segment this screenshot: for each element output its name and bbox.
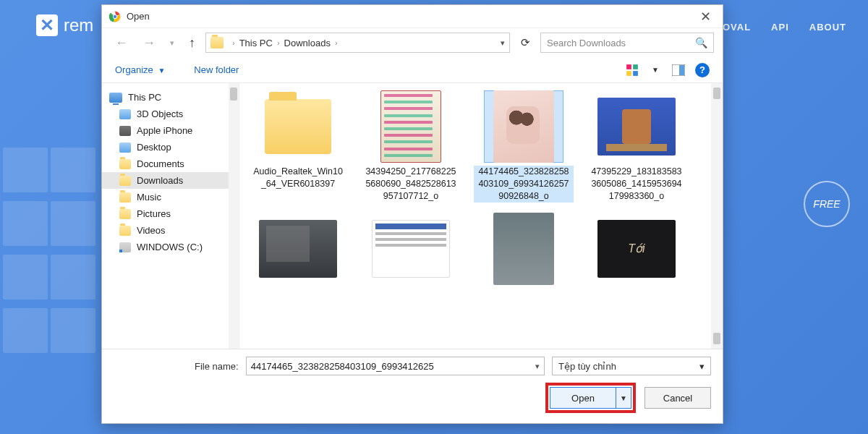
chevron-right-icon: › [335,38,338,47]
file-item-image-selected[interactable]: 44174465_3238282584031­09_69934126257909… [474,90,574,203]
chrome-icon [109,11,121,22]
open-button-highlight: Open ▼ [545,383,636,413]
folder-icon [210,37,224,48]
open-file-dialog: Open ✕ ← → ▾ ↑ › This PC › Downloads › ▾… [101,4,723,424]
image-thumbnail [597,98,676,156]
dialog-toolbar: Organize ▼ New folder ▼ ? [102,57,723,83]
organize-menu[interactable]: Organize ▼ [115,64,165,75]
breadcrumb-dropdown-icon[interactable]: ▾ [501,38,505,48]
device-icon [119,126,131,136]
background-thumbnails [0,145,101,362]
file-label: Audio_Realtek_Win10_64_VER6018397 [248,166,348,190]
svg-rect-4 [633,64,638,69]
folder-icon [119,226,131,236]
dialog-body: This PC 3D Objects Apple iPhone Desktop … [102,83,723,349]
free-badge: FREE [804,181,850,227]
tree-pictures[interactable]: Pictures [102,205,239,222]
site-logo-text: rem [64,15,93,35]
filename-value: 44174465_323828258403109_6993412625 [251,361,434,372]
tree-documents[interactable]: Documents [102,156,239,172]
files-scrollbar[interactable] [711,83,723,349]
help-icon[interactable]: ? [695,63,710,77]
tree-windows-c[interactable]: WINDOWS (C:) [102,239,239,255]
dialog-titlebar: Open ✕ [102,5,723,28]
open-button[interactable]: Open [550,387,616,409]
view-dropdown-icon[interactable]: ▼ [649,64,662,77]
folder-icon [119,142,131,153]
file-item-image[interactable]: Tới [587,213,686,285]
filename-dropdown-icon[interactable]: ▾ [535,362,540,371]
tree-desktop[interactable]: Desktop [102,139,239,156]
caret-down-icon: ▼ [158,67,165,75]
filename-label: File name: [195,361,239,372]
site-logo: ✕ rem [36,14,93,36]
file-label: 47395229_1831835833605086_14159536941799… [587,166,686,203]
file-label: 34394250_2177682255680690_84825286139571… [361,166,461,203]
navigation-row: ← → ▾ ↑ › This PC › Downloads › ▾ ⟳ Sear… [102,28,723,57]
forward-button[interactable]: → [138,34,160,52]
new-folder-button[interactable]: New folder [194,64,239,75]
dialog-title: Open [127,11,696,22]
cancel-button[interactable]: Cancel [644,387,711,409]
preview-pane-icon[interactable] [672,64,685,77]
tree-videos[interactable]: Videos [102,222,239,239]
chevron-right-icon: › [232,38,235,47]
search-icon: 🔍 [695,37,707,48]
recent-dropdown[interactable]: ▾ [166,37,179,49]
folder-icon [265,99,331,154]
tree-apple-iphone[interactable]: Apple iPhone [102,122,239,139]
breadcrumb[interactable]: › This PC › Downloads › ▾ [205,33,510,53]
nav-about[interactable]: ABOUT [809,22,846,33]
open-split-button[interactable]: ▼ [616,387,631,409]
back-button[interactable]: ← [111,34,132,52]
tree-downloads[interactable]: Downloads [102,172,239,189]
folder-tree: This PC 3D Objects Apple iPhone Desktop … [102,83,239,349]
image-thumbnail [259,220,337,278]
file-item-image[interactable] [248,213,348,285]
svg-rect-6 [633,71,638,76]
breadcrumb-folder[interactable]: Downloads [284,38,331,48]
file-grid: Audio_Realtek_Win10_64_VER6018397 343942… [239,83,723,349]
svg-rect-3 [626,64,631,69]
svg-rect-8 [679,65,684,75]
search-placeholder: Search Downloads [547,38,626,48]
folder-icon [119,159,131,169]
file-item-image[interactable] [474,213,574,285]
svg-rect-5 [626,71,631,76]
view-options-icon[interactable] [626,64,639,77]
chevron-right-icon: › [277,38,280,47]
close-button[interactable]: ✕ [696,9,715,25]
refresh-button[interactable]: ⟳ [516,36,535,49]
tree-scrollbar[interactable] [229,83,239,349]
image-thumbnail: Tới [597,220,676,278]
image-thumbnail [380,90,441,163]
file-item-image[interactable]: 47395229_1831835833605086_14159536941799… [587,90,686,203]
logo-mark-icon: ✕ [36,14,58,36]
svg-point-2 [113,14,116,18]
filename-input[interactable]: 44174465_323828258403109_6993412625 ▾ [246,357,545,375]
tree-music[interactable]: Music [102,189,239,205]
site-nav: MOVAL API ABOUT [714,22,846,33]
breadcrumb-root[interactable]: This PC [239,38,273,48]
search-input[interactable]: Search Downloads 🔍 [540,33,714,53]
folder-icon [119,176,131,186]
folder-icon [119,192,131,203]
pc-icon [109,93,122,103]
file-item-image[interactable]: 34394250_2177682255680690_84825286139571… [361,90,461,203]
tree-3d-objects[interactable]: 3D Objects [102,106,239,122]
drive-icon [119,242,131,252]
folder-icon [119,209,131,219]
tree-this-pc[interactable]: This PC [102,89,239,106]
filter-dropdown-icon: ▾ [699,361,705,372]
file-type-filter[interactable]: Tệp tùy chỉnh ▾ [552,357,711,375]
file-item-image[interactable] [361,213,461,285]
file-item-folder[interactable]: Audio_Realtek_Win10_64_VER6018397 [248,90,348,203]
dialog-footer: File name: 44174465_323828258403109_6993… [102,349,723,423]
file-label: 44174465_3238282584031­09_69934126257909… [474,166,574,203]
nav-api[interactable]: API [771,22,789,33]
image-thumbnail [493,90,554,163]
filter-label: Tệp tùy chỉnh [558,361,616,372]
up-button[interactable]: ↑ [184,34,200,52]
folder-icon [119,109,131,119]
image-thumbnail [493,213,554,285]
